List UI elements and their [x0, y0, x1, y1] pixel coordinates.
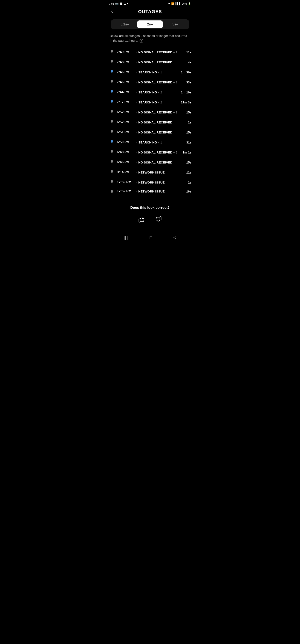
outage-duration: 1m 10s — [179, 90, 191, 94]
timeline-line — [112, 82, 112, 85]
event-label: NO SIGNAL RECEIVED + 1 — [138, 50, 179, 54]
feedback-section: Does this look correct? — [105, 199, 195, 230]
chevron-icon: › — [136, 60, 137, 64]
outage-row[interactable]: 7:49 PM › NO SIGNAL RECEIVED + 1 11s — [109, 47, 191, 57]
back-button[interactable]: < — [109, 8, 115, 15]
tab-5s[interactable]: 5s+ — [163, 20, 188, 28]
timeline-line — [112, 183, 112, 185]
event-label: SEARCHING + 1 — [138, 140, 179, 144]
row-content: 12:59 PM › NETWORK ISSUE 2s — [115, 180, 191, 184]
status-icons: 📷 📋 ☁ • — [115, 2, 128, 5]
timeline-dot — [111, 60, 113, 62]
chevron-icon: › — [136, 70, 137, 74]
chevron-icon: › — [136, 190, 137, 193]
bottom-nav: ‖‖ □ < — [105, 232, 195, 245]
outage-row[interactable]: 7:46 PM › NO SIGNAL RECEIVED + 2 33s — [109, 77, 191, 87]
outage-row[interactable]: 7:46 PM › SEARCHING + 1 1m 30s — [109, 67, 191, 77]
timeline-line — [112, 133, 112, 135]
timeline-col — [109, 189, 115, 193]
chevron-icon: › — [136, 180, 137, 184]
event-extra: + 1 — [157, 141, 162, 144]
event-label: NETWORK ISSUE — [138, 170, 179, 174]
tab-2s[interactable]: 2s+ — [137, 20, 163, 28]
timeline-line — [112, 153, 112, 155]
outage-row[interactable]: 6:52 PM › NO SIGNAL RECEIVED + 1 15s — [109, 107, 191, 117]
row-content: 12:52 PM › NETWORK ISSUE 16s — [115, 189, 191, 193]
outage-time: 7:46 PM — [117, 80, 134, 84]
thumbs-up-button[interactable] — [136, 214, 147, 226]
timeline-dot — [111, 120, 113, 123]
event-extra: + 2 — [173, 151, 178, 154]
row-content: 6:48 PM › NO SIGNAL RECEIVED + 2 1m 2s — [115, 150, 191, 154]
row-content: 6:52 PM › NO SIGNAL RECEIVED 2s — [115, 120, 191, 124]
chevron-icon: › — [136, 170, 137, 174]
nav-back-button[interactable]: < — [173, 235, 176, 240]
chevron-icon: › — [136, 110, 137, 114]
timeline-col — [109, 89, 115, 95]
timeline-line — [112, 163, 112, 165]
event-label: NO SIGNAL RECEIVED — [138, 60, 179, 64]
outage-row[interactable]: 6:50 PM › SEARCHING + 1 31s — [109, 137, 191, 147]
row-content: 6:46 PM › NO SIGNAL RECEIVED 15s — [115, 160, 191, 164]
timeline-dot — [111, 100, 113, 102]
event-label: NO SIGNAL RECEIVED — [138, 130, 179, 134]
outage-row[interactable]: 6:48 PM › NO SIGNAL RECEIVED + 2 1m 2s — [109, 147, 191, 157]
thumbs-down-button[interactable] — [153, 214, 164, 226]
info-icon[interactable]: i — [140, 39, 143, 43]
outage-time: 6:52 PM — [117, 110, 134, 114]
timeline-col — [109, 169, 115, 175]
chevron-icon: › — [136, 80, 137, 84]
row-content: 6:51 PM › NO SIGNAL RECEIVED 15s — [115, 130, 191, 134]
outage-time: 6:52 PM — [117, 120, 134, 124]
timeline-line — [112, 102, 112, 105]
outage-row[interactable]: 12:52 PM › NETWORK ISSUE 16s — [109, 187, 191, 195]
timeline-dot — [111, 180, 113, 183]
timeline-line — [112, 123, 112, 125]
outage-row[interactable]: 7:48 PM › NO SIGNAL RECEIVED 4s — [109, 57, 191, 67]
timeline-dot — [111, 130, 113, 133]
thumbs-up-icon — [137, 215, 146, 224]
description-text: Below are all outages 2 seconds or longe… — [105, 34, 195, 47]
outage-row[interactable]: 6:46 PM › NO SIGNAL RECEIVED 15s — [109, 157, 191, 167]
timeline-col — [109, 179, 115, 185]
outage-duration: 27m 3s — [179, 100, 191, 104]
timeline-dot — [111, 90, 113, 92]
outage-row[interactable]: 6:51 PM › NO SIGNAL RECEIVED 15s — [109, 127, 191, 137]
timeline-line — [112, 173, 112, 175]
outage-time: 3:14 PM — [117, 170, 134, 174]
event-extra: + 2 — [157, 101, 162, 104]
outage-row[interactable]: 6:52 PM › NO SIGNAL RECEIVED 2s — [109, 117, 191, 127]
event-label: SEARCHING + 2 — [138, 100, 179, 104]
outage-time: 12:59 PM — [117, 180, 134, 184]
bluetooth-icon: ✱ — [168, 2, 170, 5]
outage-time: 6:46 PM — [117, 160, 134, 164]
tab-01s[interactable]: 0.1s+ — [112, 20, 137, 28]
battery-label: 96% — [182, 2, 187, 5]
outage-time: 7:49 PM — [117, 50, 134, 54]
outage-row[interactable]: 7:44 PM › SEARCHING + 2 1m 10s — [109, 87, 191, 97]
timeline-dot — [111, 150, 113, 153]
row-content: 7:46 PM › SEARCHING + 1 1m 30s — [115, 70, 191, 74]
event-label: NO SIGNAL RECEIVED + 2 — [138, 80, 179, 84]
timeline-dot — [111, 50, 113, 52]
chevron-icon: › — [136, 50, 137, 54]
event-label: NETWORK ISSUE — [138, 190, 179, 193]
outage-row[interactable]: 12:59 PM › NETWORK ISSUE 2s — [109, 177, 191, 187]
chevron-icon: › — [136, 90, 137, 94]
event-extra: + 1 — [173, 51, 178, 54]
outage-duration: 2s — [179, 120, 191, 124]
outage-duration: 16s — [179, 190, 191, 193]
row-content: 7:44 PM › SEARCHING + 2 1m 10s — [115, 90, 191, 94]
wifi-icon: 📶 — [171, 2, 174, 5]
outage-time: 12:52 PM — [117, 189, 134, 193]
outage-row[interactable]: 3:14 PM › NETWORK ISSUE 12s — [109, 167, 191, 177]
nav-menu-button[interactable]: ‖‖ — [124, 235, 129, 240]
status-left: 7:55 📷 📋 ☁ • — [109, 2, 128, 5]
outage-duration: 4s — [179, 60, 191, 64]
chevron-icon: › — [136, 120, 137, 124]
timeline-col — [109, 109, 115, 115]
outage-row[interactable]: 7:17 PM › SEARCHING + 2 27m 3s — [109, 97, 191, 107]
nav-home-button[interactable]: □ — [150, 235, 152, 240]
outage-duration: 1m 30s — [179, 70, 191, 74]
timeline-col — [109, 79, 115, 85]
